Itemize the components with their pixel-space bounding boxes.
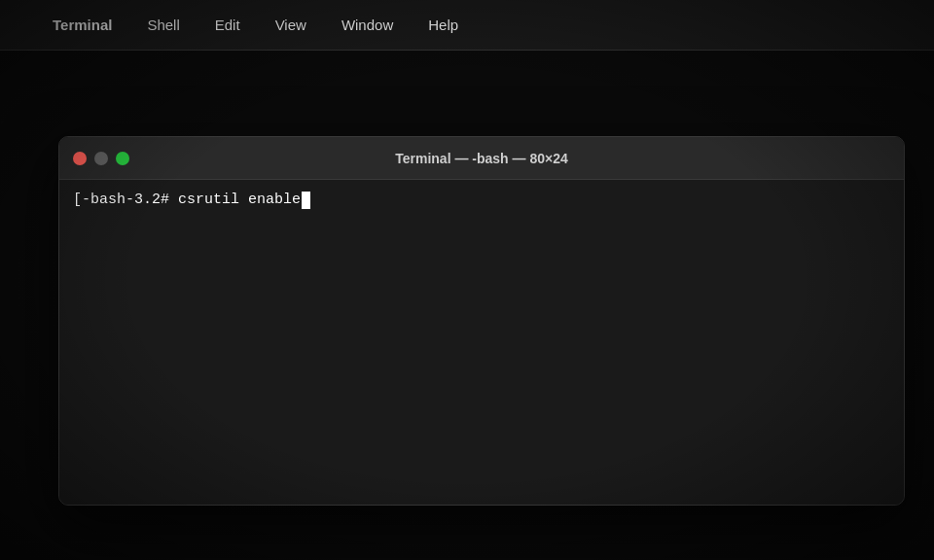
menu-bar: Terminal Shell Edit View Window Help <box>0 0 934 51</box>
maximize-button[interactable] <box>116 152 129 165</box>
prompt-text: [-bash-3.2# csrutil enable <box>73 190 301 210</box>
menu-item-terminal[interactable]: Terminal <box>47 13 118 37</box>
terminal-prompt: [-bash-3.2# csrutil enable <box>73 190 890 210</box>
terminal-content[interactable]: [-bash-3.2# csrutil enable <box>59 180 904 505</box>
terminal-titlebar: Terminal — -bash — 80×24 <box>59 137 904 180</box>
menu-item-view[interactable]: View <box>269 13 312 37</box>
window-controls <box>73 152 129 165</box>
close-button[interactable] <box>73 152 87 165</box>
menu-item-window[interactable]: Window <box>336 13 399 37</box>
menu-item-help[interactable]: Help <box>422 13 464 37</box>
terminal-title: Terminal — -bash — 80×24 <box>395 151 568 166</box>
cursor <box>302 192 310 209</box>
minimize-button[interactable] <box>94 152 108 165</box>
terminal-window: Terminal — -bash — 80×24 [-bash-3.2# csr… <box>58 136 905 506</box>
menu-item-edit[interactable]: Edit <box>209 13 246 37</box>
menu-item-shell[interactable]: Shell <box>141 13 185 37</box>
